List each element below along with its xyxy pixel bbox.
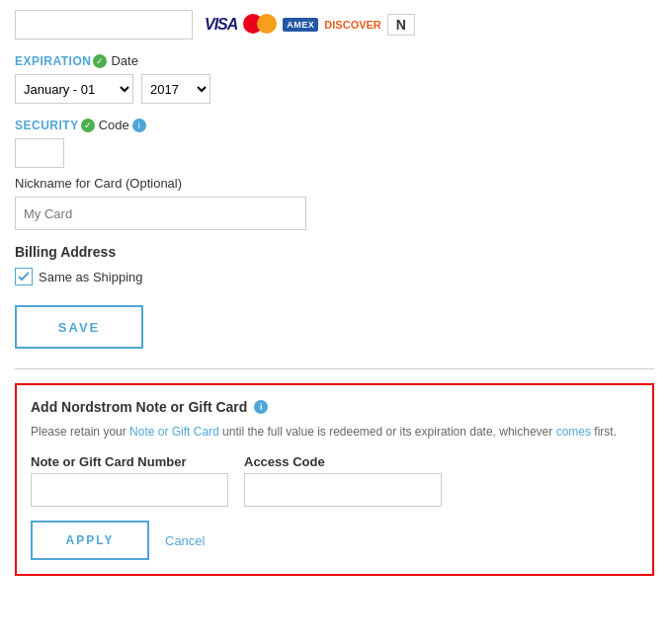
access-code-label: Access Code bbox=[244, 454, 442, 469]
access-code-input[interactable] bbox=[244, 473, 442, 507]
security-check-icon: ✓ bbox=[81, 119, 95, 132]
discover-logo: DISCOVER bbox=[324, 19, 380, 31]
security-code-input[interactable] bbox=[15, 138, 64, 168]
card-logos: VISA AMEX DISCOVER N bbox=[205, 14, 415, 36]
gift-card-title-text: Add Nordstrom Note or Gift Card bbox=[31, 399, 247, 415]
gift-number-label: Note or Gift Card Number bbox=[31, 454, 228, 469]
gift-card-info-icon[interactable]: i bbox=[254, 400, 268, 414]
expiration-label-row: EXPIRATION ✓ Date bbox=[15, 53, 654, 68]
code-label: Code bbox=[99, 118, 129, 132]
security-label-row: SECURITY ✓ Code i bbox=[15, 118, 654, 132]
nickname-section: Nickname for Card (Optional) bbox=[15, 176, 654, 230]
nickname-input[interactable] bbox=[15, 197, 306, 230]
gift-number-input[interactable] bbox=[31, 473, 228, 507]
expiry-year-select[interactable]: 2017 2018 2019 2020 2021 2022 2023 2024 bbox=[141, 74, 210, 104]
billing-title: Billing Address bbox=[15, 244, 654, 260]
same-as-shipping-checkbox[interactable] bbox=[15, 268, 33, 285]
checkmark-icon bbox=[18, 271, 30, 282]
gift-card-title: Add Nordstrom Note or Gift Card i bbox=[31, 399, 638, 415]
gift-number-group: Note or Gift Card Number bbox=[31, 454, 228, 507]
nordstrom-logo: N bbox=[387, 14, 415, 36]
notice-highlight-2: comes bbox=[556, 425, 591, 439]
expiration-check-icon: ✓ bbox=[93, 54, 107, 68]
expiry-month-select[interactable]: January - 01 February - 02 March - 03 Ap… bbox=[15, 74, 133, 104]
gift-card-notice: Please retain your Note or Gift Card unt… bbox=[31, 423, 638, 441]
gift-buttons-row: APPLY Cancel bbox=[31, 521, 638, 560]
security-info-icon[interactable]: i bbox=[132, 119, 146, 132]
save-button[interactable]: SAVE bbox=[15, 305, 143, 349]
same-as-shipping-label: Same as Shipping bbox=[39, 270, 143, 284]
notice-highlight-1: Note or Gift Card bbox=[129, 425, 219, 439]
access-code-group: Access Code bbox=[244, 454, 442, 507]
security-section: SECURITY ✓ Code i bbox=[15, 118, 654, 168]
date-label: Date bbox=[111, 53, 137, 68]
gift-card-section: Add Nordstrom Note or Gift Card i Please… bbox=[15, 383, 654, 576]
section-divider bbox=[15, 368, 654, 369]
card-number-row: VISA AMEX DISCOVER N bbox=[15, 10, 654, 40]
security-label: SECURITY bbox=[15, 119, 79, 132]
expiration-label: EXPIRATION bbox=[15, 54, 91, 68]
billing-section: Billing Address Same as Shipping bbox=[15, 244, 654, 285]
expiry-row: January - 01 February - 02 March - 03 Ap… bbox=[15, 74, 654, 104]
cancel-button[interactable]: Cancel bbox=[165, 533, 205, 548]
same-as-shipping-row[interactable]: Same as Shipping bbox=[15, 268, 654, 285]
amex-logo: AMEX bbox=[283, 18, 318, 32]
visa-logo: VISA bbox=[205, 16, 237, 34]
mastercard-logo bbox=[243, 14, 277, 36]
card-number-input[interactable] bbox=[15, 10, 193, 40]
apply-button[interactable]: APPLY bbox=[31, 521, 149, 560]
nickname-label: Nickname for Card (Optional) bbox=[15, 176, 654, 191]
gift-fields-row: Note or Gift Card Number Access Code bbox=[31, 454, 638, 507]
